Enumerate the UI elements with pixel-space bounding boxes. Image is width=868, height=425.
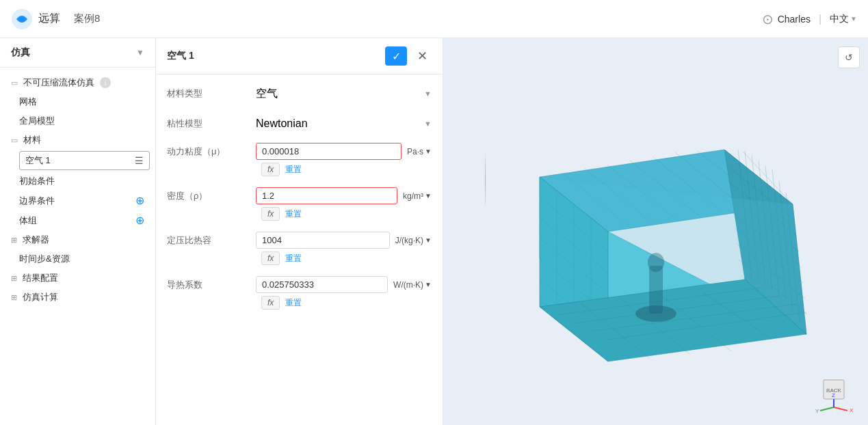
item-label: 不可压缩流体仿真 (23, 77, 94, 89)
dynamic-viscosity-fx-row: fx 重置 (167, 163, 432, 176)
thermal-conductivity-fx-button[interactable]: fx (261, 296, 280, 310)
density-section: 密度（ρ） kg/m³ ▼ fx 重置 (167, 187, 432, 221)
panel-actions: ✓ ✕ (385, 46, 432, 66)
panel-title: 空气 1 (167, 50, 194, 62)
item-label: 全局模型 (19, 115, 55, 127)
unit-label: J/(kg·K) (395, 236, 423, 245)
specific-heat-label: 定压比热容 (167, 234, 256, 247)
lang-button[interactable]: 中文 ▼ (830, 13, 857, 25)
refresh-icon: ↺ (845, 52, 853, 63)
sidebar-item-body-group[interactable]: 体组 ⊕ (0, 210, 155, 230)
sidebar-item-solver[interactable]: ⊞ 求解器 (0, 230, 155, 249)
mesh-svg (485, 95, 827, 368)
lang-label: 中文 (830, 13, 849, 25)
item-label: 仿真计算 (23, 291, 58, 303)
unit-arrow-icon: ▼ (425, 148, 432, 155)
viscosity-model-dropdown[interactable]: Newtonian ▼ (256, 118, 432, 130)
svg-line-71 (834, 407, 847, 411)
thermal-conductivity-unit[interactable]: W/(m·K) ▼ (393, 280, 432, 290)
header-right: ⊙ Charles | 中文 ▼ (762, 11, 857, 27)
density-input[interactable] (256, 187, 397, 204)
close-button[interactable]: ✕ (412, 46, 432, 66)
dynamic-viscosity-fx-button[interactable]: fx (261, 163, 280, 176)
header-divider: | (819, 13, 821, 25)
refresh-button[interactable]: ↺ (838, 46, 860, 68)
expand-icon: ▭ (11, 136, 18, 145)
main-layout: 仿真 ▼ ▭ 不可压缩流体仿真 i 网格 全局模型 ▭ 材料 (0, 38, 868, 425)
3d-viewport: ↺ BACK X Y Z (443, 38, 868, 425)
item-label: 初始条件 (19, 175, 55, 187)
sidebar-header: 仿真 ▼ (0, 38, 155, 68)
dynamic-viscosity-unit[interactable]: Pa·s ▼ (407, 147, 432, 156)
specific-heat-unit[interactable]: J/(kg·K) ▼ (395, 236, 432, 245)
dynamic-viscosity-input[interactable] (256, 143, 402, 160)
thermal-conductivity-fx-row: fx 重置 (167, 296, 432, 310)
logo-text: 远算 (38, 12, 60, 26)
item-label: 边界条件 (19, 195, 55, 207)
unit-arrow-icon: ▼ (425, 236, 432, 244)
confirm-button[interactable]: ✓ (385, 46, 407, 66)
sidebar-item-result-config[interactable]: ⊞ 结果配置 (0, 269, 155, 288)
expand-icon: ▭ (11, 79, 18, 87)
specific-heat-input[interactable] (256, 232, 390, 249)
info-badge: i (100, 77, 111, 88)
sidebar-item-air1[interactable]: 空气 1 ☰ (19, 151, 150, 170)
unit-label: W/(m·K) (393, 280, 423, 290)
x-axis-label: X (850, 407, 854, 413)
density-reset-link[interactable]: 重置 (285, 208, 302, 220)
viscosity-model-label: 粘性模型 (167, 118, 256, 130)
panel-body: 材料类型 空气 ▼ 粘性模型 Newtonian ▼ 动力粘度（μ） (156, 74, 443, 425)
specific-heat-row: 定压比热容 J/(kg·K) ▼ (167, 232, 432, 249)
axes-svg: BACK X Y Z (813, 373, 854, 414)
thermal-conductivity-input[interactable] (256, 276, 388, 293)
unit-arrow-icon: ▼ (425, 192, 432, 200)
dynamic-viscosity-reset-link[interactable]: 重置 (285, 164, 302, 176)
air1-menu-icon[interactable]: ☰ (135, 155, 144, 166)
username: Charles (778, 14, 811, 25)
sidebar-item-time-resources[interactable]: 时间步&资源 (0, 249, 155, 269)
user-avatar-icon: ⊙ (762, 11, 774, 27)
sidebar-item-initial-conditions[interactable]: 初始条件 (0, 172, 155, 191)
svg-point-69 (648, 253, 664, 272)
header: 远算 案例8 ⊙ Charles | 中文 ▼ (0, 0, 868, 38)
sidebar-item-incompressible[interactable]: ▭ 不可压缩流体仿真 i (0, 73, 155, 92)
density-unit[interactable]: kg/m³ ▼ (403, 191, 432, 201)
sidebar-collapse-icon[interactable]: ▼ (136, 48, 144, 57)
expand-icon: ⊞ (11, 236, 17, 245)
add-body-icon[interactable]: ⊕ (135, 214, 144, 227)
item-label: 体组 (19, 215, 37, 227)
logo-icon (11, 8, 33, 30)
specific-heat-fx-row: fx 重置 (167, 251, 432, 265)
material-type-dropdown[interactable]: 空气 ▼ (256, 87, 432, 101)
specific-heat-reset-link[interactable]: 重置 (285, 253, 302, 264)
svg-rect-68 (649, 266, 663, 314)
sidebar-item-mesh[interactable]: 网格 (0, 92, 155, 111)
item-label: 时间步&资源 (19, 253, 70, 265)
sidebar-item-boundary-conditions[interactable]: 边界条件 ⊕ (0, 191, 155, 210)
thermal-conductivity-row: 导热系数 W/(m·K) ▼ (167, 276, 432, 293)
unit-arrow-icon: ▼ (425, 281, 432, 288)
sidebar-item-materials[interactable]: ▭ 材料 (0, 131, 155, 150)
sidebar-title: 仿真 (11, 46, 30, 59)
panel-header: 空气 1 ✓ ✕ (156, 38, 443, 74)
thermal-conductivity-reset-link[interactable]: 重置 (285, 297, 302, 309)
unit-label: Pa·s (407, 147, 423, 156)
lang-arrow-icon: ▼ (850, 15, 857, 23)
logo: 远算 案例8 (11, 8, 100, 30)
add-boundary-icon[interactable]: ⊕ (135, 194, 144, 207)
dynamic-viscosity-label: 动力粘度（μ） (167, 146, 256, 158)
item-label: 材料 (23, 134, 41, 146)
z-axis-label: Z (832, 392, 835, 398)
density-fx-button[interactable]: fx (261, 207, 280, 221)
axes-widget: BACK X Y Z (813, 373, 854, 414)
item-label: 结果配置 (23, 272, 58, 284)
viscosity-model-arrow-icon: ▼ (424, 120, 432, 128)
material-type-value: 空气 (256, 87, 278, 101)
sidebar-item-global-model[interactable]: 全局模型 (0, 111, 155, 131)
expand-icon: ⊞ (11, 274, 17, 283)
density-row: 密度（ρ） kg/m³ ▼ (167, 187, 432, 204)
y-axis-label: Y (815, 408, 819, 414)
sidebar-item-sim-compute[interactable]: ⊞ 仿真计算 (0, 288, 155, 307)
specific-heat-fx-button[interactable]: fx (261, 251, 280, 265)
thermal-conductivity-section: 导热系数 W/(m·K) ▼ fx 重置 (167, 276, 432, 310)
